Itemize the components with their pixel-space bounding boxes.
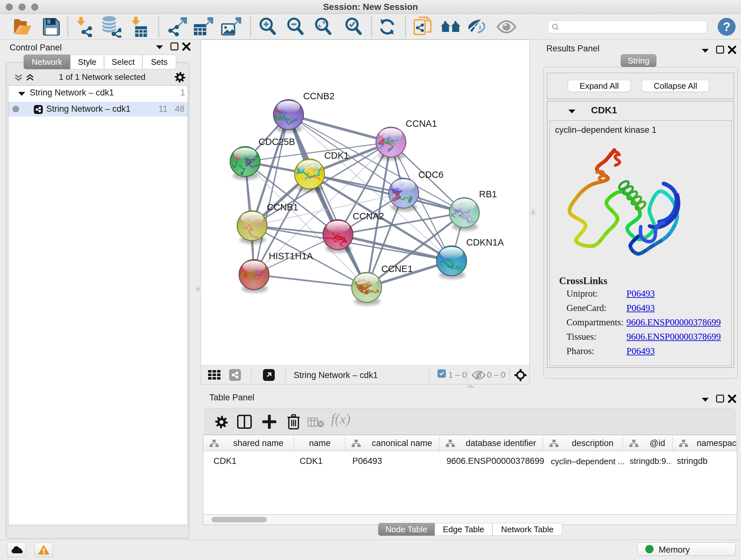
- svg-text:CDC25B: CDC25B: [259, 137, 295, 147]
- svg-text:CCNA2: CCNA2: [353, 211, 384, 221]
- svg-text:CDKN1A: CDKN1A: [466, 237, 504, 247]
- svg-text:RB1: RB1: [479, 189, 497, 199]
- svg-text:CCNB2: CCNB2: [303, 91, 334, 101]
- svg-text:CCNE1: CCNE1: [381, 264, 413, 274]
- svg-text:CDC6: CDC6: [418, 170, 444, 180]
- svg-text:CDK1: CDK1: [324, 150, 349, 161]
- svg-text:CCNB1: CCNB1: [267, 202, 298, 212]
- svg-text:HIST1H1A: HIST1H1A: [269, 251, 313, 261]
- svg-text:CCNA1: CCNA1: [406, 118, 437, 129]
